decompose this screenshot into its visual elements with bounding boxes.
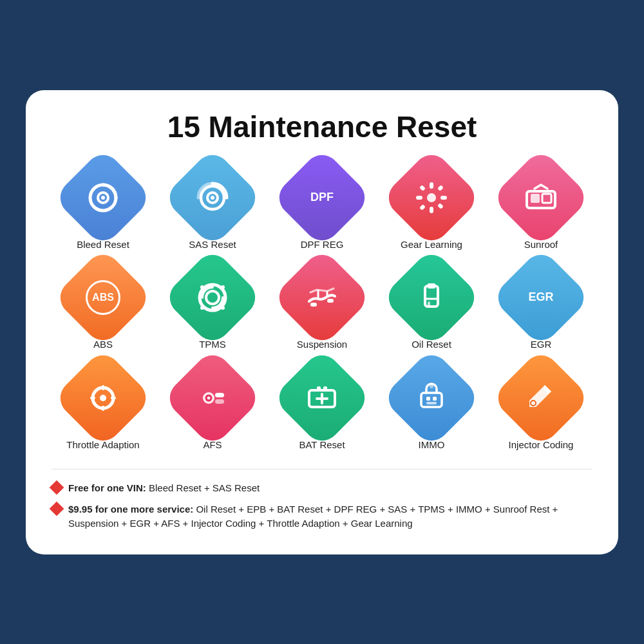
svg-point-2	[101, 196, 105, 200]
diamond-icon-1	[50, 480, 64, 495]
svg-rect-39	[426, 397, 430, 401]
item-afs[interactable]: AFS	[161, 363, 264, 451]
svg-rect-34	[215, 399, 224, 404]
svg-rect-12	[437, 203, 444, 209]
icon-throttle	[80, 375, 126, 421]
item-sas-reset[interactable]: SAS Reset	[161, 162, 264, 251]
icon-oil-reset	[409, 275, 454, 320]
icon-abs: ABS	[80, 275, 126, 320]
svg-rect-36	[317, 386, 321, 392]
svg-rect-14	[437, 185, 444, 191]
item-immo[interactable]: IMMO	[380, 363, 483, 451]
icon-gear-learning-bg	[381, 147, 482, 248]
svg-rect-11	[419, 185, 426, 191]
svg-rect-10	[440, 196, 447, 200]
info-detail-1: Bleed Reset + SAS Reset	[146, 482, 260, 493]
icon-suspension	[299, 275, 345, 320]
item-bleed-reset[interactable]: Bleed Reset	[52, 162, 155, 251]
info-label-2: $9.95 for one more service:	[68, 504, 193, 515]
svg-point-22	[200, 285, 204, 289]
main-card: 15 Maintenance Reset Bleed Reset SAS Res…	[26, 90, 618, 554]
icon-immo	[409, 375, 454, 421]
svg-rect-16	[531, 194, 540, 203]
icon-abs-text: ABS	[86, 280, 120, 315]
icon-suspension-bg	[272, 247, 372, 348]
icon-afs-bg	[162, 348, 263, 448]
icon-egr-text: EGR	[528, 291, 553, 304]
icon-dpf-reg: DPF	[299, 175, 345, 220]
svg-point-31	[203, 392, 214, 404]
svg-point-23	[221, 285, 225, 289]
info-row-2: $9.95 for one more service: Oil Reset + …	[52, 502, 592, 531]
svg-rect-24	[310, 303, 317, 307]
svg-rect-9	[416, 196, 422, 200]
svg-rect-17	[542, 194, 551, 203]
item-tpms[interactable]: TPMS	[161, 262, 264, 351]
info-label-1: Free for one VIN:	[68, 482, 146, 493]
icon-egr: EGR	[518, 275, 564, 320]
svg-rect-26	[425, 286, 438, 307]
item-injector-coding[interactable]: Injector Coding	[489, 363, 592, 451]
svg-point-5	[211, 196, 214, 200]
icon-bleed-reset	[80, 175, 126, 220]
icon-immo-bg	[381, 348, 482, 448]
svg-point-6	[427, 193, 436, 202]
icon-bat-reset	[299, 375, 345, 421]
svg-rect-28	[428, 301, 430, 307]
item-abs[interactable]: ABS ABS	[52, 262, 155, 351]
icon-dpf-reg-bg: DPF	[272, 147, 372, 248]
info-row-1: Free for one VIN: Bleed Reset + SAS Rese…	[52, 481, 592, 496]
icon-injector-coding	[518, 375, 564, 421]
svg-rect-25	[327, 299, 334, 303]
icon-afs	[190, 375, 235, 421]
icon-sas-reset	[190, 175, 235, 220]
diamond-icon-2	[50, 501, 64, 516]
icon-throttle-bg	[53, 348, 153, 448]
svg-rect-8	[430, 207, 433, 213]
section-divider	[52, 469, 592, 469]
svg-rect-7	[430, 182, 433, 189]
item-bat-reset[interactable]: BAT Reset	[270, 363, 374, 451]
svg-rect-33	[215, 393, 224, 397]
svg-rect-37	[323, 386, 327, 392]
page-title: 15 Maintenance Reset	[52, 109, 592, 144]
svg-point-30	[100, 395, 106, 401]
icon-dpf-text: DPF	[310, 191, 334, 204]
icon-injector-coding-bg	[491, 348, 591, 448]
icon-oil-reset-bg	[381, 247, 482, 348]
item-throttle-adaption[interactable]: Throttle Adaption	[52, 363, 155, 451]
icon-bat-reset-bg	[272, 348, 372, 448]
svg-point-19	[206, 291, 219, 304]
info-text-1: Free for one VIN: Bleed Reset + SAS Rese…	[68, 481, 260, 496]
icon-gear-learning	[409, 175, 454, 220]
svg-rect-27	[428, 283, 435, 289]
item-suspension[interactable]: Suspension	[270, 262, 374, 351]
icon-egr-bg: EGR	[491, 247, 591, 348]
icon-abs-bg: ABS	[53, 247, 153, 348]
item-dpf-reg[interactable]: DPF DPF REG	[270, 162, 374, 251]
icon-tpms	[190, 275, 235, 320]
svg-rect-41	[426, 402, 437, 404]
svg-rect-40	[433, 397, 437, 401]
svg-point-21	[221, 306, 225, 310]
item-sunroof[interactable]: Sunroof	[489, 162, 592, 251]
item-gear-learning[interactable]: Gear Learning	[380, 162, 483, 251]
icon-tpms-bg	[162, 247, 263, 348]
info-text-2: $9.95 for one more service: Oil Reset + …	[68, 502, 592, 531]
item-oil-reset[interactable]: Oil Reset	[380, 262, 483, 351]
svg-rect-13	[419, 204, 426, 211]
feature-grid: Bleed Reset SAS Reset DPF DPF REG	[52, 162, 592, 451]
icon-bleed-reset-bg	[53, 147, 153, 248]
item-egr[interactable]: EGR EGR	[489, 262, 592, 351]
info-section: Free for one VIN: Bleed Reset + SAS Rese…	[52, 481, 592, 531]
svg-rect-38	[421, 393, 442, 407]
icon-sunroof	[518, 175, 564, 220]
icon-sas-reset-bg	[162, 147, 263, 248]
icon-sunroof-bg	[491, 147, 591, 248]
svg-point-20	[200, 306, 204, 310]
